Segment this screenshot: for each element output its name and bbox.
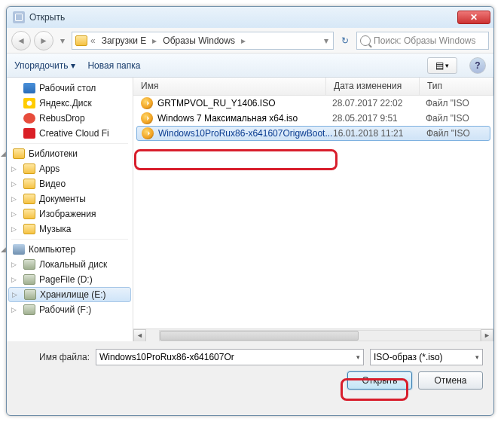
drive-icon <box>23 274 35 285</box>
search-placeholder: Поиск: Образы Windows <box>374 35 475 46</box>
file-row[interactable]: Windows 7 Максимальная x64.iso 28.05.201… <box>133 111 493 126</box>
chevron-right-icon: ▸ <box>151 35 158 46</box>
iso-icon <box>142 127 154 139</box>
open-dialog: Открыть ✕ ◄ ► ▾ « Загрузки E ▸ Образы Wi… <box>6 6 494 416</box>
drive-icon <box>23 304 35 315</box>
tree-images[interactable]: ▷Изображения <box>7 206 133 222</box>
back-button[interactable]: ◄ <box>11 31 31 50</box>
tree-adobe[interactable]: Creative Cloud Fi <box>7 126 133 141</box>
file-row[interactable]: GRTMPVOL_RU_Y1406.ISO 28.07.2017 22:02 Ф… <box>133 96 493 111</box>
col-name[interactable]: Имя <box>133 78 326 95</box>
expand-icon[interactable]: ▷ <box>12 291 17 298</box>
tree-localdisk[interactable]: ▷Локальный диск <box>7 257 133 272</box>
titlebar: Открыть ✕ <box>7 7 493 28</box>
chevron-down-icon: ▾ <box>71 60 75 71</box>
folder-icon <box>75 35 87 46</box>
body: Рабочий стол Яндекс.Диск RebusDrop Creat… <box>7 78 493 341</box>
drive-icon <box>23 259 35 270</box>
crumb-prefix: « <box>89 35 97 46</box>
view-button[interactable]: ▤▾ <box>427 57 457 74</box>
search-icon <box>360 35 371 46</box>
tree-docs[interactable]: ▷Документы <box>7 191 133 206</box>
search-input[interactable]: Поиск: Образы Windows <box>356 32 489 50</box>
tree-video[interactable]: ▷Видео <box>7 176 133 191</box>
history-dropdown[interactable]: ▾ <box>57 33 69 48</box>
iso-icon <box>141 112 153 124</box>
filename-label: Имя файла: <box>17 352 90 362</box>
horizontal-scrollbar[interactable]: ◄ ► <box>133 328 493 341</box>
col-type[interactable]: Тип <box>420 78 493 95</box>
tree-desktop[interactable]: Рабочий стол <box>7 81 133 96</box>
library-icon <box>13 148 25 159</box>
tree-libraries[interactable]: ◢Библиотеки <box>7 146 133 161</box>
address-bar[interactable]: « Загрузки E ▸ Образы Windows ▸ ▾ <box>72 32 334 50</box>
help-button[interactable]: ? <box>469 57 486 74</box>
drive-icon <box>24 289 36 300</box>
chevron-down-icon[interactable]: ▾ <box>356 353 360 361</box>
expand-icon[interactable]: ▷ <box>11 210 17 218</box>
tree-work[interactable]: ▷Рабочий (F:) <box>7 302 133 317</box>
computer-icon <box>13 244 25 255</box>
scroll-track[interactable] <box>159 330 481 341</box>
scroll-thumb[interactable] <box>160 331 359 341</box>
tree-yandex[interactable]: Яндекс.Диск <box>7 96 133 111</box>
adobe-icon <box>23 128 35 139</box>
organize-button[interactable]: Упорядочить ▾ <box>14 60 75 71</box>
filename-input[interactable]: Windows10ProRux86-x641607Or▾ <box>96 349 364 365</box>
expand-icon[interactable]: ▷ <box>11 180 17 188</box>
file-area: Имя Дата изменения Тип GRTMPVOL_RU_Y1406… <box>133 78 493 341</box>
scroll-left-button[interactable]: ◄ <box>133 329 146 342</box>
file-row-selected[interactable]: Windows10ProRux86-x641607OrigwBoot... 16… <box>136 126 490 141</box>
window-title: Открыть <box>29 12 457 23</box>
iso-icon <box>141 97 153 109</box>
expand-icon[interactable]: ▷ <box>11 306 17 313</box>
chevron-down-icon[interactable]: ▾ <box>322 35 330 46</box>
nav-row: ◄ ► ▾ « Загрузки E ▸ Образы Windows ▸ ▾ … <box>7 28 493 53</box>
column-headers[interactable]: Имя Дата изменения Тип <box>133 78 493 96</box>
open-button[interactable]: Открыть <box>347 371 412 390</box>
file-list[interactable]: GRTMPVOL_RU_Y1406.ISO 28.07.2017 22:02 Ф… <box>133 96 493 328</box>
scroll-right-button[interactable]: ► <box>481 329 493 342</box>
folder-icon <box>23 179 35 189</box>
folder-icon <box>23 209 35 219</box>
expand-icon[interactable]: ▷ <box>11 276 17 283</box>
tree-music[interactable]: ▷Музыка <box>7 222 133 237</box>
expand-icon[interactable]: ▷ <box>11 225 17 233</box>
desktop-icon <box>23 83 35 93</box>
col-date[interactable]: Дата изменения <box>326 78 420 95</box>
breadcrumb-2[interactable]: Образы Windows <box>160 35 238 46</box>
tree-apps[interactable]: ▷Apps <box>7 161 133 176</box>
folder-icon <box>23 224 35 234</box>
close-button[interactable]: ✕ <box>457 11 490 24</box>
new-folder-button[interactable]: Новая папка <box>87 60 140 71</box>
app-icon <box>13 11 25 23</box>
refresh-button[interactable]: ↻ <box>337 32 353 49</box>
chevron-right-icon: ▸ <box>240 35 247 46</box>
forward-button[interactable]: ► <box>34 31 53 50</box>
tree-computer[interactable]: ◢Компьютер <box>7 242 133 257</box>
folder-icon <box>23 163 35 174</box>
folder-icon <box>23 194 35 204</box>
tree-storage[interactable]: ▷Хранилище (E:) <box>8 287 131 302</box>
cancel-button[interactable]: Отмена <box>418 371 483 390</box>
tree-pagefile[interactable]: ▷PageFile (D:) <box>7 272 133 287</box>
expand-icon[interactable]: ▷ <box>11 195 17 203</box>
yandex-icon <box>23 98 35 108</box>
tree-pane[interactable]: Рабочий стол Яндекс.Диск RebusDrop Creat… <box>7 78 133 341</box>
breadcrumb-1[interactable]: Загрузки E <box>99 35 150 46</box>
filetype-filter[interactable]: ISO-образ (*.iso)▾ <box>370 349 483 365</box>
rebus-icon <box>23 113 35 124</box>
footer: Имя файла: Windows10ProRux86-x641607Or▾ … <box>7 341 493 400</box>
tree-rebus[interactable]: RebusDrop <box>7 111 133 126</box>
expand-icon[interactable]: ▷ <box>11 261 17 268</box>
chevron-down-icon[interactable]: ▾ <box>475 353 479 361</box>
expand-icon[interactable]: ▷ <box>11 165 17 173</box>
toolbar: Упорядочить ▾ Новая папка ▤▾ ? <box>7 53 493 78</box>
